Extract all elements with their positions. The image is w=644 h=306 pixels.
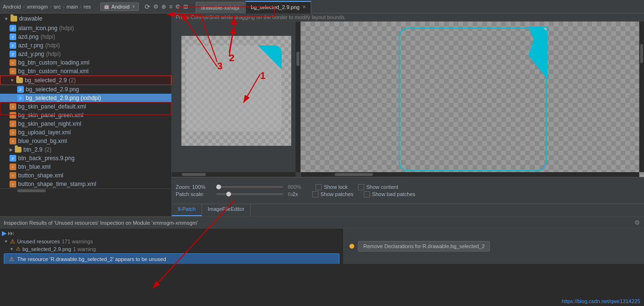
fix-button[interactable]: Remove Declarations for R.drawable.bg_se… <box>358 241 490 251</box>
xml-icon: x <box>10 112 16 119</box>
item-suffix: (hdpi) <box>59 25 74 32</box>
show-lock-label: Show lock <box>324 184 348 190</box>
hint-bar: Press Control/Shift while dragging on th… <box>172 13 644 22</box>
list-item[interactable]: p alarm_icon.png (hdpi) <box>0 24 171 33</box>
list-item[interactable]: x bg_btn_custom_loading.xml <box>0 58 171 67</box>
bottom-panel-gear-icon[interactable]: ⚙ <box>634 219 640 226</box>
breadcrumb-sep3: › <box>63 3 64 10</box>
xml-icon: x <box>10 172 16 179</box>
xml-icon: x <box>10 59 16 66</box>
show-lock-checkbox[interactable] <box>316 184 322 190</box>
bottom-panel-content: ▶ ⏭ ▼ ⚠ Unused resources 171 warnings ▼ … <box>0 229 644 264</box>
xml-icon: x <box>10 181 16 187</box>
expand-icon: ▼ <box>10 78 14 83</box>
close-tab-icon[interactable]: ✕ <box>302 4 306 10</box>
list-item-bg-selected-xxhdpi[interactable]: p bg_selected_2.9.png (xxhdpi) <box>0 94 171 102</box>
coords-display: X: 90 Y: 125 <box>625 94 640 105</box>
file-warning-icon: ⚠ <box>16 246 21 252</box>
breadcrumb-main[interactable]: main <box>66 4 78 10</box>
settings-icon[interactable]: ⚙ <box>153 3 158 10</box>
editor-area: ✓ <box>172 22 644 177</box>
list-item[interactable]: x bg_skin_panel_night.xml <box>0 120 171 128</box>
list-item[interactable]: x bg_skin_panel_default.xml <box>0 102 171 111</box>
png-icon: p <box>10 42 16 49</box>
zoom-thumb[interactable] <box>216 185 221 189</box>
png-icon: p <box>17 86 24 93</box>
android-selector[interactable]: 🤖 Android ▼ <box>100 2 139 11</box>
item-label: bg_upload_layer.xml <box>18 129 71 136</box>
sync-icon[interactable]: ⟳ <box>145 3 150 11</box>
error-message-text: The resource 'R.drawable.bg_selected_2' … <box>17 256 166 262</box>
list-item[interactable]: p btn_back_press.9.png <box>0 154 171 163</box>
breadcrumb-xmmsgm1[interactable]: Android <box>3 4 21 10</box>
tab-bg-selected[interactable]: bg_selected_2.9.png ✕ <box>245 1 311 13</box>
list-item[interactable]: x bg_upload_layer.xml <box>0 128 171 137</box>
folder-icon2 <box>16 77 23 83</box>
expand-warning-icon: ▼ <box>4 239 8 244</box>
item-label: azd_y.png <box>18 51 44 57</box>
bottom-panel-header: Inspection Results of 'Unused resources'… <box>0 217 644 229</box>
folder-icon3 <box>15 147 21 153</box>
sidebar-folder-bg-selected[interactable]: ▼ bg_selected_2.9 (2) <box>0 76 171 85</box>
list-item[interactable]: x button_shape.xml <box>0 171 171 180</box>
list-item[interactable]: x button_shape_time_stamp.xml <box>0 180 171 188</box>
show-bad-patches-checkbox[interactable] <box>364 191 370 197</box>
content-area: Press Control/Shift while dragging on th… <box>172 13 644 216</box>
tab-drawable-xxhdpi[interactable]: drawable-xxhdpi <box>196 2 244 13</box>
zoom-slider[interactable] <box>216 186 283 188</box>
large-preview-panel: X: 90 Y: 125 <box>301 22 644 177</box>
search-icon[interactable]: ⊕ <box>161 3 166 10</box>
sidebar-folder-btn[interactable]: ▶ btn_2.9 (2) <box>0 145 171 154</box>
item-label: alarm_icon.png <box>18 25 57 32</box>
patch-scale-thumb[interactable] <box>226 192 231 197</box>
xml-icon: x <box>10 103 16 110</box>
list-item[interactable]: x btn_blue.xml <box>0 163 171 171</box>
list-item[interactable]: p azd.png (hdpi) <box>0 33 171 41</box>
item-label: azd.png <box>18 33 39 40</box>
patch-scale-value-label: 2x <box>293 191 298 197</box>
breadcrumb-src[interactable]: src <box>54 4 61 10</box>
sidebar-header-drawable[interactable]: ▼ drawable <box>0 13 171 24</box>
filter-icon[interactable]: ≡ <box>169 3 172 10</box>
checkerboard-bg: ✓ <box>181 36 291 146</box>
breadcrumb-sep4: › <box>80 3 82 10</box>
warning-count-badge: 171 warnings <box>62 239 93 244</box>
list-item[interactable]: p azd_r.png (hdpi) <box>0 41 171 50</box>
gear-icon2[interactable]: ⚙ <box>175 3 180 10</box>
fix-button-label: Remove Declarations for R.drawable.bg_se… <box>363 243 485 249</box>
show-content-checkbox[interactable] <box>358 184 364 190</box>
png-icon: p <box>10 155 16 162</box>
list-item[interactable]: x bg_btn_custom_normal.xml <box>0 67 171 76</box>
show-patches-checkbox[interactable] <box>312 191 318 197</box>
error-message-row[interactable]: ⚠ The resource 'R.drawable.bg_selected_2… <box>4 253 339 264</box>
breadcrumb-res[interactable]: res <box>84 4 91 10</box>
item-label: bg_btn_custom_loading.xml <box>18 59 89 66</box>
bottom-panel-title: Inspection Results of 'Unused resources'… <box>4 220 198 226</box>
warning-file-row[interactable]: ▼ ⚠ bg_selected_2.9.png 1 warning <box>0 245 343 252</box>
patch-scale-slider[interactable] <box>216 193 283 195</box>
list-item[interactable]: x blue_round_bg.xml <box>0 137 171 145</box>
step-icon[interactable]: ⏭ <box>8 230 14 237</box>
warning-section-header[interactable]: ▼ ⚠ Unused resources 171 warnings <box>0 238 343 245</box>
breadcrumb-xmmsgm2[interactable]: xmmsgm <box>27 4 48 10</box>
breadcrumb-sep2: › <box>50 3 52 10</box>
list-item[interactable]: x bg_skin_panel_green.xml <box>0 111 171 120</box>
list-item-bg-selected-normal[interactable]: p bg_selected_2.9.png <box>0 85 171 94</box>
editor-tabs: 9-Patch ImageFileEditor <box>172 204 644 216</box>
list-item[interactable]: p azd_y.png (hdpi) <box>0 50 171 58</box>
item-suffix: (hdpi) <box>41 33 55 40</box>
play-icon[interactable]: ▶ <box>2 230 7 237</box>
bottom-panel-list: ▶ ⏭ ▼ ⚠ Unused resources 171 warnings ▼ … <box>0 229 344 264</box>
layout-icon[interactable]: ⊞ <box>183 3 188 10</box>
item-label: bg_skin_panel_night.xml <box>18 120 81 127</box>
item-label: bg_selected_2.9.png (xxhdpi) <box>26 95 101 101</box>
tab-9patch[interactable]: 9-Patch <box>172 204 202 216</box>
item-label: bg_skin_panel_green.xml <box>18 112 84 119</box>
tab-image-file-editor[interactable]: ImageFileEditor <box>202 204 251 216</box>
bottom-controls-toolbar: ▶ ⏭ <box>0 229 343 238</box>
tab-bg-selected-label: bg_selected_2.9.png <box>251 4 299 10</box>
xml-icon: x <box>10 164 16 170</box>
item-label: button_shape.xml <box>18 172 63 179</box>
small-preview-panel: ✓ <box>172 22 301 177</box>
show-content-checkbox-group: Show content <box>358 184 398 190</box>
